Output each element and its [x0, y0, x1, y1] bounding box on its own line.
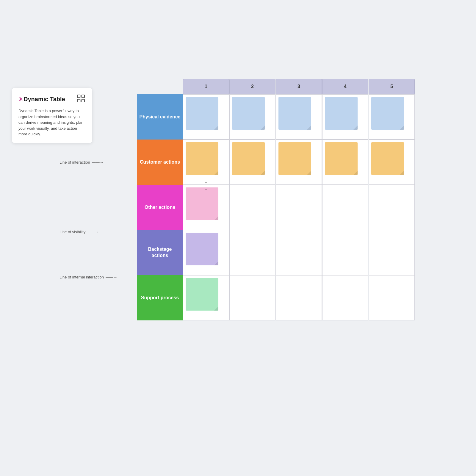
cell-support-4[interactable] — [322, 275, 368, 320]
cell-backstage-5[interactable] — [369, 230, 415, 275]
line-of-visibility-annotation: Line of visibility ——→ — [60, 230, 99, 234]
sticky-note-customer-2[interactable] — [232, 142, 265, 175]
sticky-note-physical-3[interactable] — [278, 97, 311, 130]
sticky-note-physical-5[interactable] — [371, 97, 404, 130]
cell-backstage-2[interactable] — [229, 230, 275, 275]
svg-rect-1 — [82, 95, 84, 98]
sticky-note-support-1[interactable] — [186, 278, 218, 311]
sticky-note-other-1[interactable] — [186, 187, 218, 220]
row-support-process: Support process — [137, 275, 415, 320]
line-of-interaction-annotation: Line of interaction ——→ — [60, 160, 104, 165]
row-label-customer: Customer actions — [137, 140, 183, 185]
col-header-4: 4 — [322, 79, 368, 94]
row-cells-physical — [183, 94, 415, 140]
info-card-title: ✳Dynamic Table — [18, 96, 65, 103]
cell-physical-1[interactable] — [183, 94, 229, 140]
info-card-description: Dynamic Table is a powerful way to organ… — [18, 108, 86, 137]
row-other-actions: Other actions Line of visibility ——→ — [137, 185, 415, 230]
double-arrow-interaction: ↑ ↓ — [205, 180, 207, 191]
sticky-note-backstage-1[interactable] — [186, 233, 218, 265]
cell-customer-3[interactable] — [276, 140, 322, 185]
cell-other-1[interactable] — [183, 185, 229, 230]
cell-support-3[interactable] — [276, 275, 322, 320]
col-header-3: 3 — [276, 79, 322, 94]
row-cells-customer: ↑ ↓ — [183, 140, 415, 185]
sticky-note-customer-1[interactable] — [186, 142, 218, 175]
row-label-support: Support process — [137, 275, 183, 320]
svg-rect-2 — [77, 99, 80, 102]
line-of-internal-annotation: Line of internal interaction ——→ — [60, 275, 117, 279]
service-blueprint-diagram: 1 2 3 4 5 Physical evidence Customer act… — [137, 79, 415, 320]
cell-physical-2[interactable] — [229, 94, 275, 140]
sticky-note-customer-4[interactable] — [325, 142, 358, 175]
cell-other-4[interactable] — [322, 185, 368, 230]
cell-backstage-4[interactable] — [322, 230, 368, 275]
row-label-physical: Physical evidence — [137, 94, 183, 140]
cell-other-5[interactable] — [369, 185, 415, 230]
cell-physical-3[interactable] — [276, 94, 322, 140]
column-headers-row: 1 2 3 4 5 — [183, 79, 415, 94]
cell-customer-1[interactable]: ↑ ↓ — [183, 140, 229, 185]
line-interaction-label: Line of interaction — [60, 160, 90, 165]
cell-customer-5[interactable] — [369, 140, 415, 185]
cell-backstage-1[interactable] — [183, 230, 229, 275]
row-customer-actions: Customer actions ↑ ↓ Line of interaction — [137, 140, 415, 185]
main-canvas: ✳Dynamic Table Dynamic Table is a powerf… — [0, 0, 476, 476]
col-header-5: 5 — [369, 79, 415, 94]
row-backstage-actions: Backstage actions Line of internal inter… — [137, 230, 415, 275]
row-label-backstage: Backstage actions — [137, 230, 183, 275]
cell-other-3[interactable] — [276, 185, 322, 230]
svg-rect-0 — [77, 95, 80, 98]
sticky-note-customer-5[interactable] — [371, 142, 404, 175]
row-cells-backstage — [183, 230, 415, 275]
line-internal-label: Line of internal interaction — [60, 275, 104, 279]
cell-other-2[interactable] — [229, 185, 275, 230]
col-header-1: 1 — [183, 79, 229, 94]
row-cells-other — [183, 185, 415, 230]
sticky-note-customer-3[interactable] — [278, 142, 311, 175]
line-visibility-label: Line of visibility — [60, 230, 85, 234]
cell-backstage-3[interactable] — [276, 230, 322, 275]
cell-physical-4[interactable] — [322, 94, 368, 140]
sticky-note-physical-2[interactable] — [232, 97, 265, 130]
table-grid-icon — [76, 94, 86, 104]
cell-support-2[interactable] — [229, 275, 275, 320]
cell-customer-2[interactable] — [229, 140, 275, 185]
svg-rect-3 — [82, 99, 84, 102]
sticky-note-physical-1[interactable] — [186, 97, 218, 130]
row-physical-evidence: Physical evidence — [137, 94, 415, 140]
star-icon: ✳ — [18, 96, 23, 102]
sticky-note-physical-4[interactable] — [325, 97, 358, 130]
info-card: ✳Dynamic Table Dynamic Table is a powerf… — [12, 88, 92, 143]
cell-physical-5[interactable] — [369, 94, 415, 140]
cell-support-5[interactable] — [369, 275, 415, 320]
col-header-2: 2 — [229, 79, 275, 94]
cell-customer-4[interactable] — [322, 140, 368, 185]
row-label-other: Other actions — [137, 185, 183, 230]
row-cells-support — [183, 275, 415, 320]
cell-support-1[interactable] — [183, 275, 229, 320]
